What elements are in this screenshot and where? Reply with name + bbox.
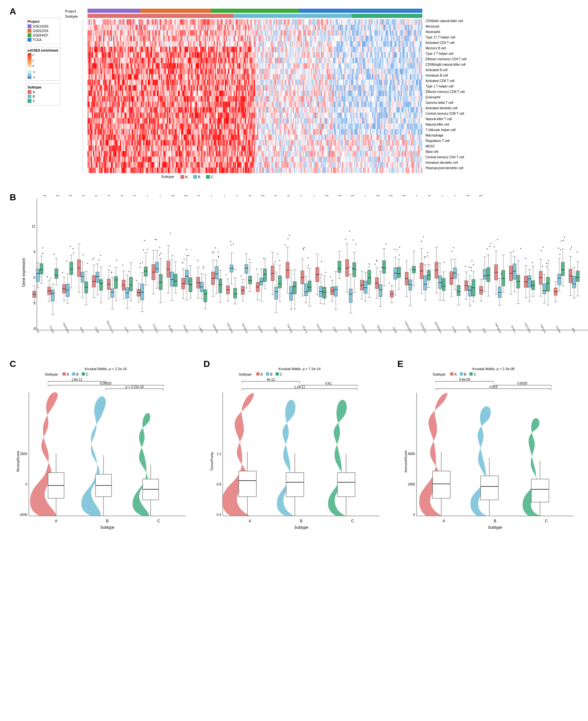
- legend-tcga: TCGA: [27, 38, 58, 42]
- subtype-legend-panel-a: Subtype A B C: [26, 83, 60, 105]
- subtype-c-text: C: [211, 175, 213, 179]
- label-0: CD56dim natural killer cell: [425, 19, 463, 23]
- svg-text:1.2: 1.2: [217, 452, 221, 456]
- svg-text:***: ***: [171, 194, 175, 198]
- svg-text:1.8e-12: 1.8e-12: [71, 378, 82, 381]
- project-bar-gse62254: [140, 9, 211, 13]
- boxplot-canvas: [27, 200, 585, 348]
- svg-text:B: B: [464, 373, 466, 376]
- svg-rect-123: [469, 373, 472, 376]
- subtype-bar-a: [87, 14, 233, 18]
- label-2: Neutrophil: [425, 30, 440, 34]
- violin-e-svg: Kruskal-Wallis, p = 2.3e-08 Subtype A B …: [401, 359, 586, 535]
- label-21: Macrophage: [425, 134, 443, 137]
- subtype-bottom-label: Subtype: [161, 175, 174, 178]
- svg-text:***: ***: [261, 194, 265, 198]
- legend-subtype-a: A: [27, 90, 58, 94]
- label-13: Effector memory CD8 T cell: [425, 90, 465, 93]
- svg-text:*: *: [236, 194, 238, 198]
- svg-text:**: **: [197, 194, 200, 198]
- svg-text:***: ***: [479, 194, 483, 198]
- label-7: Effector memeory CD4 T cell: [425, 57, 466, 61]
- svg-rect-147: [433, 471, 450, 498]
- violin-d-b: [277, 400, 295, 516]
- violin-c-x-a: A: [55, 519, 57, 523]
- svg-rect-80: [266, 373, 269, 376]
- ssgsea-legend: ssGSEA enrichment 2 1 0 -1 -2: [26, 47, 60, 81]
- svg-text:A: A: [454, 373, 457, 376]
- project-label-anno: Project: [65, 9, 76, 13]
- svg-text:p < 2.22e-16: p < 2.22e-16: [126, 385, 144, 389]
- svg-rect-46: [72, 373, 75, 376]
- svg-rect-121: [460, 373, 463, 376]
- subtype-b-text: B: [198, 175, 200, 179]
- subtype-bar-b: [233, 14, 352, 18]
- figure-container: A Project GSE15459 GSE62254: [0, 0, 588, 545]
- label-5: Memory B cell: [425, 46, 446, 50]
- significance-stars: *** *** *** ** ** ** ** ** * * *** *** *…: [43, 194, 483, 198]
- project-bar-gse84437: [211, 9, 299, 13]
- panel-c-x-axis-label: Subtype: [100, 525, 114, 530]
- svg-text:Subtype: Subtype: [433, 373, 445, 376]
- svg-text:0.00025: 0.00025: [100, 382, 112, 385]
- svg-text:***: ***: [69, 194, 72, 198]
- svg-text:***: ***: [377, 194, 380, 198]
- label-10: Immature B cell: [425, 74, 448, 77]
- panel-b-label: B: [9, 192, 16, 203]
- label-20: T follicular helper cell: [425, 128, 456, 132]
- svg-text:0.019: 0.019: [489, 385, 497, 389]
- project-legend-title: Project: [27, 20, 58, 23]
- label-9: Activated B cell: [425, 68, 447, 72]
- svg-text:6.8e-09: 6.8e-09: [459, 378, 470, 381]
- violin-c: [133, 413, 150, 516]
- svg-text:0.61: 0.61: [325, 382, 332, 385]
- project-bar-gse15459: [87, 9, 140, 13]
- svg-text:***: ***: [184, 194, 188, 198]
- violin-c-svg: Kruskal-Wallis, p < 2.2e-16 Subtype A B …: [13, 359, 199, 535]
- label-14: Eosinophil: [425, 96, 440, 99]
- label-6: Type 2 T helper cell: [425, 52, 454, 56]
- panel-d-title: Kruskal-Wallis, p = 7.2e-14: [278, 367, 320, 371]
- heatmap-canvas: [87, 19, 422, 173]
- subtype-legend-title: Subtype: [27, 85, 58, 89]
- svg-text:*: *: [300, 194, 302, 198]
- svg-text:**: **: [428, 194, 430, 198]
- label-4: Activated CD4 T cell: [425, 41, 454, 45]
- subtype-a-text: A: [185, 175, 188, 179]
- panel-e-title: Kruskal-Wallis, p = 2.3e-08: [472, 367, 514, 371]
- label-15: Gamma delta T cell: [425, 101, 453, 104]
- svg-text:***: ***: [338, 194, 341, 198]
- panel-e-y-label: ImmuneScore: [404, 450, 407, 472]
- label-1: Monocyte: [425, 25, 440, 28]
- svg-text:*: *: [454, 194, 456, 198]
- panel-c: C Kruskal-Wallis, p < 2.2e-16 Subtype A …: [9, 359, 199, 538]
- svg-rect-114: [337, 473, 355, 497]
- heatmap-row-labels: CD56dim natural killer cell Monocyte Neu…: [425, 19, 466, 170]
- project-bar-tcga: [299, 9, 422, 13]
- boxplot-y-label: Gene expression: [21, 258, 26, 287]
- svg-text:**: **: [274, 194, 277, 198]
- label-11: Activated CD8 T cell: [425, 79, 454, 83]
- svg-text:***: ***: [325, 194, 329, 198]
- panel-e: E Kruskal-Wallis, p = 2.3e-08 Subtype A …: [397, 359, 586, 538]
- svg-text:4000: 4000: [408, 452, 415, 456]
- legend-subtype-b: B: [27, 94, 58, 98]
- svg-rect-155: [531, 479, 549, 502]
- svg-text:Subtype: Subtype: [239, 373, 252, 376]
- panel-d-label: D: [204, 359, 210, 369]
- legend-gse15459: GSE15459: [27, 24, 58, 28]
- violin-c-x-c: C: [158, 519, 160, 523]
- label-23: MDSC: [425, 145, 435, 148]
- svg-text:***: ***: [402, 194, 406, 198]
- svg-text:*: *: [211, 194, 212, 198]
- panel-c-y-label: StromalScore: [16, 451, 20, 472]
- svg-text:**: **: [121, 194, 123, 198]
- violin-b: [81, 396, 106, 516]
- svg-text:**: **: [82, 194, 85, 198]
- label-22: Regulatory T cell: [425, 139, 449, 143]
- label-26: Immature dendritic cell: [425, 161, 458, 164]
- svg-text:Subtype: Subtype: [488, 525, 502, 530]
- panel-a: A Project GSE15459 GSE62254: [9, 6, 579, 186]
- panel-a-label: A: [9, 6, 16, 17]
- svg-text:*: *: [416, 194, 417, 198]
